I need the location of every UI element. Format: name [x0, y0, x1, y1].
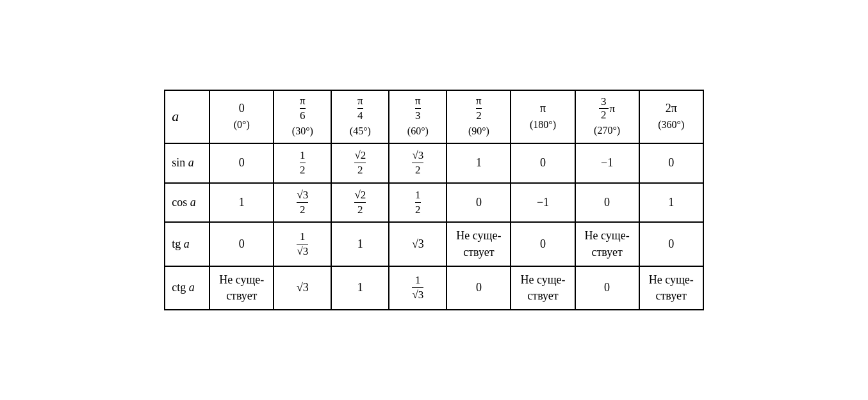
col-4-header: π 2 (90°) [446, 90, 511, 143]
tg-row: tg a 0 1 √3 1 √3 Не суще-ствует 0 Не сущ… [165, 222, 703, 266]
tg-label: tg a [165, 222, 209, 266]
tg-0: 0 [209, 222, 274, 266]
trig-table: a 0(0°) π 6 (30°) π 4 (45°) [164, 90, 703, 310]
col-7-header: 2π (360°) [639, 90, 703, 143]
cos-45: √2 2 [331, 183, 389, 223]
ctg-30: √3 [274, 266, 331, 310]
tg-270: Не суще-ствует [575, 222, 639, 266]
ctg-360: Не суще-ствует [639, 266, 703, 310]
ctg-45: 1 [331, 266, 389, 310]
ctg-270: 0 [575, 266, 639, 310]
ctg-row: ctg a Не суще-ствует √3 1 1 √3 0 Не суще… [165, 266, 703, 310]
sin-30: 1 2 [274, 143, 331, 183]
sin-360: 0 [639, 143, 703, 183]
col-3-header: π 3 (60°) [389, 90, 446, 143]
sin-row: sin a 0 1 2 √2 2 √3 2 1 0 [165, 143, 703, 183]
col-6-header: 3 2 π (270°) [575, 90, 639, 143]
sin-270: −1 [575, 143, 639, 183]
tg-180: 0 [511, 222, 575, 266]
cos-180: −1 [511, 183, 575, 223]
ctg-60: 1 √3 [389, 266, 446, 310]
cos-row: cos a 1 √3 2 √2 2 1 2 0 −1 [165, 183, 703, 223]
ctg-90: 0 [446, 266, 511, 310]
sin-180: 0 [511, 143, 575, 183]
col-0-header: 0(0°) [209, 90, 274, 143]
ctg-0: Не суще-ствует [209, 266, 274, 310]
cos-30: √3 2 [274, 183, 331, 223]
header-row: a 0(0°) π 6 (30°) π 4 (45°) [165, 90, 703, 143]
col-1-header: π 6 (30°) [274, 90, 331, 143]
tg-45: 1 [331, 222, 389, 266]
sin-0: 0 [209, 143, 274, 183]
tg-90: Не суще-ствует [446, 222, 511, 266]
alpha-header: a [165, 90, 209, 143]
cos-360: 1 [639, 183, 703, 223]
cos-60: 1 2 [389, 183, 446, 223]
trig-table-container: a 0(0°) π 6 (30°) π 4 (45°) [151, 77, 716, 323]
sin-label: sin a [165, 143, 209, 183]
tg-30: 1 √3 [274, 222, 331, 266]
cos-label: cos a [165, 183, 209, 223]
tg-60: √3 [389, 222, 446, 266]
sin-60: √3 2 [389, 143, 446, 183]
cos-270: 0 [575, 183, 639, 223]
cos-0: 1 [209, 183, 274, 223]
cos-90: 0 [446, 183, 511, 223]
col-5-header: π (180°) [511, 90, 575, 143]
col-2-header: π 4 (45°) [331, 90, 389, 143]
tg-360: 0 [639, 222, 703, 266]
ctg-180: Не суще-ствует [511, 266, 575, 310]
sin-90: 1 [446, 143, 511, 183]
sin-45: √2 2 [331, 143, 389, 183]
ctg-label: ctg a [165, 266, 209, 310]
